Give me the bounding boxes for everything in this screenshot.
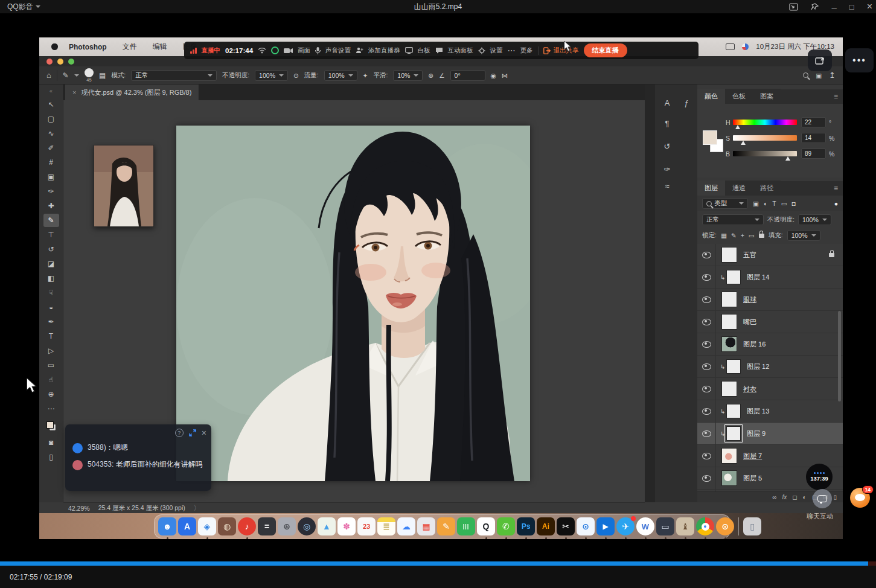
tab-swatches[interactable]: 色板 — [725, 89, 753, 104]
character-panel-icon[interactable]: A — [660, 95, 674, 110]
class-timer-widget[interactable]: 137:39 — [806, 464, 833, 490]
mini-mode-icon[interactable] — [789, 3, 798, 11]
filter-type-layers-icon[interactable]: T — [772, 200, 776, 207]
hand-tool[interactable]: ☝ — [43, 373, 59, 386]
layer-visibility-toggle[interactable] — [697, 333, 716, 355]
dock-chart-app[interactable]: ||| — [457, 517, 475, 535]
dock-capcut[interactable]: ✂ — [557, 517, 575, 535]
pen-tool[interactable]: ✒ — [43, 315, 59, 328]
layer-name[interactable]: 图层 13 — [747, 407, 769, 416]
brush-tool[interactable]: ✎ — [43, 214, 59, 227]
layer-name[interactable]: 五官 — [743, 251, 756, 260]
dock-netease-music[interactable]: ♪ — [238, 517, 256, 535]
share-icon[interactable]: ↥ — [829, 71, 836, 80]
dock-chrome[interactable]: ● — [696, 517, 714, 535]
reference-photo[interactable] — [94, 145, 154, 227]
layer-thumbnail[interactable] — [726, 270, 741, 284]
delete-layer-icon[interactable]: ▯ — [833, 494, 837, 500]
mascot-widget[interactable]: 14 — [850, 488, 870, 508]
layer-row[interactable]: ↳ 图层 13 — [697, 400, 843, 423]
eraser-tool[interactable]: ◪ — [43, 257, 59, 270]
layer-row[interactable]: 嘴巴 — [697, 311, 843, 333]
layer-row[interactable]: 五官 — [697, 244, 843, 266]
tab-layers[interactable]: 图层 — [697, 181, 725, 196]
smooth-options-icon[interactable]: ⊛ — [428, 72, 433, 79]
link-layers-icon[interactable]: ∞ — [772, 494, 776, 500]
layer-thumbnail[interactable] — [721, 470, 737, 486]
layer-thumbnail[interactable] — [721, 292, 737, 307]
chat-interaction-label[interactable]: 聊天互动 — [807, 512, 833, 521]
avatar[interactable] — [72, 460, 83, 470]
layer-name[interactable]: 图层 5 — [743, 474, 762, 483]
zoom-level[interactable]: 42.29% — [68, 505, 90, 512]
dock-finder[interactable]: ☻ — [158, 517, 176, 535]
clone-source-panel-icon[interactable]: ≈ — [660, 179, 674, 193]
traffic-minimize-icon[interactable] — [57, 59, 63, 65]
history-panel-icon[interactable]: ↺ — [660, 139, 674, 153]
dock-game-app[interactable]: ◍ — [218, 517, 236, 535]
dock-photoshop[interactable]: Ps — [517, 517, 535, 535]
filter-pixel-layers-icon[interactable]: ▣ — [753, 200, 759, 207]
dock-pen-app[interactable]: ✎ — [437, 517, 455, 535]
lock-artboard-icon[interactable]: ▭ — [749, 232, 755, 239]
float-window-button[interactable] — [808, 50, 832, 71]
layer-visibility-toggle[interactable] — [697, 356, 716, 377]
maximize-button[interactable]: □ — [849, 2, 854, 11]
workspace-icon[interactable]: ▣ — [816, 72, 822, 79]
layers-panel-menu-icon[interactable]: ≡ — [834, 184, 838, 193]
video-frame[interactable]: Photoshop 文件 编辑 图像 10月23日 周六 下午10:13 ⌂ — [39, 37, 843, 539]
traffic-close-icon[interactable] — [46, 59, 53, 65]
chat-bubble-button[interactable] — [813, 489, 832, 508]
path-select-tool[interactable]: ▷ — [43, 344, 59, 357]
traffic-zoom-icon[interactable] — [68, 59, 74, 65]
history-brush-tool[interactable]: ↺ — [43, 243, 59, 256]
document-tab[interactable]: × 现代女.psd @ 42.3% (图层 9, RGB/8) — [65, 85, 199, 100]
whiteboard-label[interactable]: 白板 — [418, 46, 430, 55]
layer-name[interactable]: 衬衣 — [743, 385, 756, 394]
add-group-label[interactable]: 添加直播群 — [368, 46, 400, 55]
angle-field[interactable]: 0° — [450, 70, 485, 81]
filter-pin-icon[interactable]: ● — [834, 200, 838, 207]
marquee-tool[interactable]: ▢ — [43, 112, 59, 126]
dock-maps[interactable]: ▲ — [318, 517, 336, 535]
input-method-icon[interactable] — [742, 43, 749, 50]
size-pressure-icon[interactable]: ◉ — [491, 72, 496, 79]
flow-select[interactable]: 100% — [324, 70, 357, 81]
fill-select[interactable]: 100% — [787, 230, 820, 241]
dock-illustrator[interactable]: Ai — [537, 517, 555, 535]
crop-tool[interactable]: # — [43, 156, 59, 169]
tab-channels[interactable]: 通道 — [725, 181, 753, 196]
dock-wechat[interactable]: ✆ — [497, 517, 515, 535]
glyphs-panel-icon[interactable]: ƒ — [679, 95, 694, 110]
dock-trash[interactable]: ▯ — [743, 517, 761, 535]
dock-app-store[interactable]: A — [178, 517, 196, 535]
opacity-select[interactable]: 100% — [255, 70, 288, 81]
s-value[interactable]: 14 — [801, 133, 826, 143]
hue-slider[interactable] — [733, 120, 797, 125]
minimize-button[interactable]: – — [831, 2, 836, 12]
avatar[interactable] — [72, 443, 83, 453]
chat-close-icon[interactable]: × — [202, 428, 206, 438]
search-icon[interactable] — [803, 72, 808, 78]
more-options-button[interactable]: ••• — [845, 48, 874, 72]
settings-label[interactable]: 设置 — [490, 46, 503, 55]
layer-name[interactable]: 图层 9 — [747, 429, 766, 438]
layer-row-selected[interactable]: ↳ 图层 9 — [697, 423, 843, 445]
layer-visibility-toggle[interactable] — [697, 311, 716, 333]
interactive-panel-label[interactable]: 互动面板 — [448, 46, 473, 55]
toolbar-collapse-icon[interactable]: « — [39, 85, 63, 97]
dock-cloud-drive[interactable]: ☁ — [397, 517, 415, 535]
tab-patterns[interactable]: 图案 — [753, 89, 781, 104]
layer-thumbnail[interactable] — [721, 314, 737, 330]
foreground-swatch[interactable] — [703, 130, 717, 145]
bright-thumb[interactable] — [785, 156, 790, 161]
status-caret[interactable]: 〉 — [194, 504, 200, 513]
camera-label[interactable]: 画面 — [298, 46, 310, 55]
quick-mask-icon[interactable]: ◙ — [43, 436, 59, 449]
layer-name[interactable]: 图层 7 — [743, 452, 762, 461]
layer-name[interactable]: 图层 16 — [743, 340, 766, 349]
brush-settings-panel-icon[interactable]: ✑ — [660, 162, 674, 176]
filter-adjustment-layers-icon[interactable]: ◐ — [764, 200, 767, 207]
layer-thumbnail[interactable] — [726, 359, 741, 374]
quick-select-tool[interactable]: ✐ — [43, 141, 59, 155]
